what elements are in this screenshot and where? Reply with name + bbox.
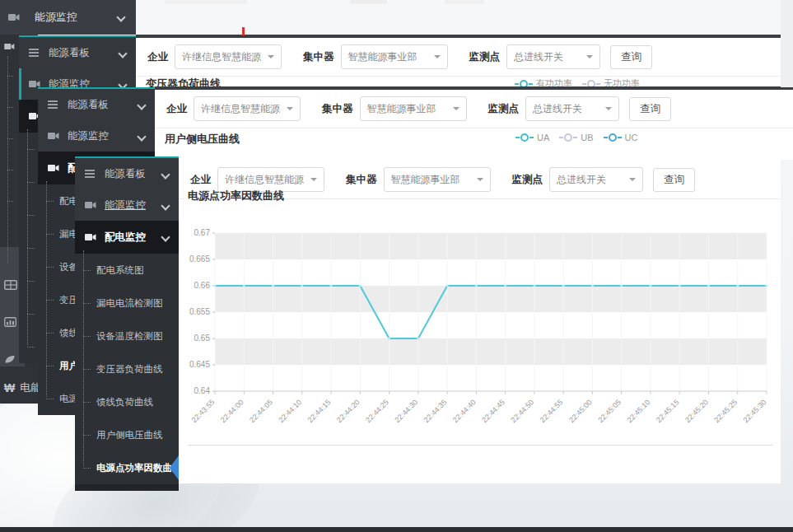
submenu-item[interactable]: 电源点功率因数曲线 bbox=[75, 451, 179, 484]
svg-text:22:45:00: 22:45:00 bbox=[567, 398, 594, 424]
svg-text:22:45:20: 22:45:20 bbox=[683, 398, 710, 424]
svg-text:22:44:15: 22:44:15 bbox=[306, 398, 333, 424]
svg-text:22:44:45: 22:44:45 bbox=[480, 398, 506, 424]
chevron-down-icon bbox=[161, 201, 170, 210]
concentrator-label: 集中器 bbox=[346, 173, 377, 187]
svg-text:22:44:35: 22:44:35 bbox=[422, 398, 449, 424]
chevron-down-icon bbox=[137, 132, 146, 141]
menu-item-label: 能源监控 bbox=[105, 198, 146, 212]
cropped-element bbox=[445, 0, 484, 4]
company-select-value: 许继信息智慧能源 bbox=[201, 102, 280, 116]
submenu-item[interactable]: 用户侧电压曲线 bbox=[75, 418, 179, 451]
point-select[interactable]: 总进线开关 bbox=[506, 44, 600, 69]
section-title: 电源点功率因数曲线 bbox=[188, 189, 284, 203]
legend-line bbox=[573, 137, 577, 138]
submenu-item[interactable]: 配电系统图 bbox=[75, 254, 179, 287]
legend-line bbox=[515, 137, 520, 138]
legend-item[interactable]: UA bbox=[515, 133, 549, 142]
legend-line bbox=[596, 83, 600, 85]
submenu-item[interactable]: 变压器负荷曲线 bbox=[75, 352, 179, 385]
svg-text:0.645: 0.645 bbox=[189, 360, 210, 369]
caret-down-icon bbox=[629, 178, 636, 181]
menu-item[interactable]: 配电监控 bbox=[75, 221, 179, 254]
point-select[interactable]: 总进线开关 bbox=[549, 167, 643, 192]
legend-line bbox=[559, 137, 563, 138]
caret-down-icon bbox=[434, 55, 441, 58]
submenu-item-label: 设备温度检测图 bbox=[96, 330, 163, 343]
concentrator-select-value: 智慧能源事业部 bbox=[348, 50, 417, 64]
caret-down-icon bbox=[605, 107, 612, 110]
camera-icon bbox=[48, 131, 61, 141]
scroll-gutter[interactable] bbox=[781, 0, 793, 87]
legend-item[interactable]: UC bbox=[604, 133, 638, 142]
menu-item[interactable]: 能源看板 bbox=[38, 89, 155, 120]
svg-text:22:44:00: 22:44:00 bbox=[219, 398, 245, 424]
filter-bar: 企业许继信息智慧能源集中器智慧能源事业部监测点总进线开关查询 bbox=[155, 90, 793, 128]
company-select[interactable]: 许继信息智慧能源 bbox=[175, 44, 282, 69]
tree-tick bbox=[7, 138, 13, 139]
caret-down-icon bbox=[477, 178, 483, 181]
film-icon[interactable] bbox=[4, 278, 17, 293]
menu-item[interactable]: 能源监控 bbox=[75, 189, 179, 221]
legend-label: UA bbox=[537, 133, 549, 142]
search-button[interactable]: 查询 bbox=[629, 97, 671, 121]
menu-item-label: 能源监控 bbox=[68, 129, 109, 143]
chart-legend: UAUBUC bbox=[515, 133, 637, 142]
chevron-down-icon bbox=[137, 100, 146, 110]
menu-item[interactable]: 能源看板 bbox=[75, 158, 179, 189]
submenu-item-label: 馈线负荷曲线 bbox=[96, 396, 153, 408]
concentrator-select[interactable]: 智慧能源事业部 bbox=[360, 96, 467, 121]
submenu-item-label: 漏电电流检测图 bbox=[96, 297, 163, 310]
legend-line bbox=[604, 137, 608, 138]
svg-text:0.66: 0.66 bbox=[194, 281, 211, 290]
menu-item-label: 能源看板 bbox=[68, 98, 109, 112]
legend-line bbox=[529, 137, 534, 138]
sidebar-menu: 能源看板能源监控配电监控配电系统图漏电电流检测图设备温度检测图变压器负荷曲线馈线… bbox=[75, 156, 179, 484]
content-panel: 企业许继信息智慧能源集中器智慧能源事业部监测点总进线开关查询 用户侧电压曲线 U… bbox=[155, 86, 793, 160]
bottom-border-bar bbox=[0, 527, 793, 532]
svg-text:22:43:55: 22:43:55 bbox=[190, 398, 217, 424]
chevron-down-icon bbox=[118, 49, 127, 58]
bar-chart-icon[interactable] bbox=[4, 315, 16, 330]
submenu-item[interactable]: 馈线负荷曲线 bbox=[75, 385, 179, 418]
point-label: 监测点 bbox=[488, 102, 520, 116]
sidebar-item-label: 能源监控 bbox=[35, 10, 77, 25]
cropped-element bbox=[165, 0, 247, 4]
kanban-icon bbox=[29, 48, 42, 58]
content-panel: 企业许继信息智慧能源集中器智慧能源事业部监测点总进线开关查询 变压器负荷曲线 有… bbox=[136, 35, 781, 91]
concentrator-label: 集中器 bbox=[322, 102, 353, 116]
svg-text:22:44:25: 22:44:25 bbox=[364, 398, 390, 424]
leaf-icon[interactable] bbox=[4, 352, 16, 367]
sidebar-item-energy-monitor-root[interactable]: 能源监控 bbox=[0, 0, 136, 35]
won-icon: ₩ bbox=[4, 381, 15, 394]
submenu-item[interactable]: 漏电电流检测图 bbox=[75, 287, 179, 320]
point-select-value: 总进线开关 bbox=[533, 102, 582, 116]
svg-text:22:44:50: 22:44:50 bbox=[509, 398, 535, 424]
legend-item[interactable]: UB bbox=[559, 133, 593, 142]
submenu: 配电系统图漏电电流检测图设备温度检测图变压器负荷曲线馈线负荷曲线用户侧电压曲线电… bbox=[75, 254, 179, 484]
menu-item[interactable]: 能源看板 bbox=[19, 37, 136, 68]
company-label: 企业 bbox=[147, 50, 168, 64]
menu-item[interactable]: 能源监控 bbox=[38, 120, 155, 152]
camera-icon bbox=[85, 232, 98, 242]
camera-icon bbox=[85, 200, 98, 210]
search-button[interactable]: 查询 bbox=[653, 168, 695, 192]
cropped-element bbox=[350, 0, 387, 4]
point-select[interactable]: 总进线开关 bbox=[525, 96, 619, 121]
concentrator-select[interactable]: 智慧能源事业部 bbox=[384, 167, 491, 192]
kanban-icon bbox=[48, 100, 61, 110]
menu-item-label: 能源看板 bbox=[49, 46, 90, 60]
sidebar-item-energy[interactable]: ₩ 电能 bbox=[4, 380, 41, 395]
company-label: 企业 bbox=[166, 102, 187, 116]
submenu-item[interactable]: 设备温度检测图 bbox=[75, 320, 179, 352]
svg-text:22:44:20: 22:44:20 bbox=[335, 398, 362, 424]
active-item-arrow-icon bbox=[170, 455, 179, 480]
filter-bar: 企业许继信息智慧能源集中器智慧能源事业部监测点总进线开关查询 bbox=[136, 38, 781, 77]
legend-line bbox=[529, 83, 533, 85]
camera-icon bbox=[4, 39, 15, 54]
sidebar-footer-strip bbox=[75, 484, 179, 491]
svg-text:22:44:30: 22:44:30 bbox=[393, 398, 419, 424]
concentrator-select[interactable]: 智慧能源事业部 bbox=[341, 44, 448, 69]
company-select[interactable]: 许继信息智慧能源 bbox=[194, 96, 301, 121]
search-button[interactable]: 查询 bbox=[610, 45, 652, 69]
